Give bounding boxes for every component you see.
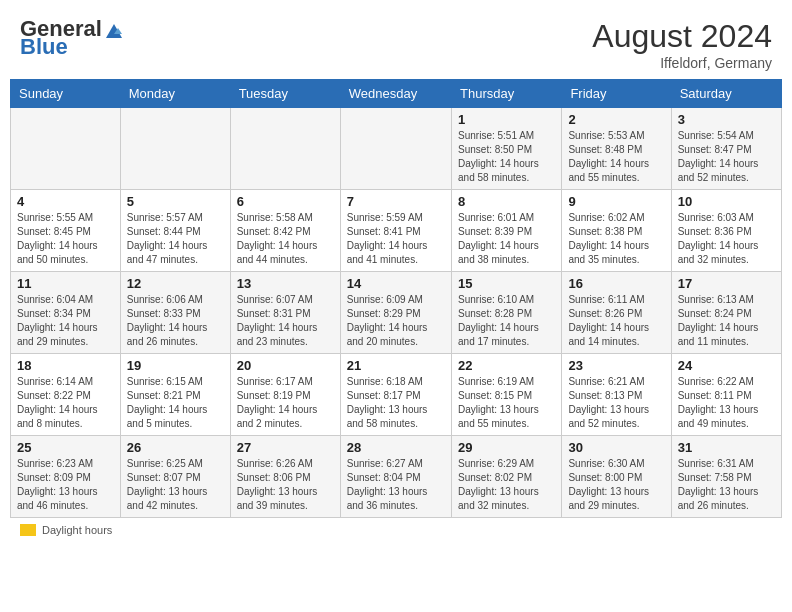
day-number: 14 xyxy=(347,276,445,291)
calendar-table: Sunday Monday Tuesday Wednesday Thursday… xyxy=(10,79,782,518)
day-number: 20 xyxy=(237,358,334,373)
col-monday: Monday xyxy=(120,80,230,108)
day-number: 10 xyxy=(678,194,775,209)
calendar-cell: 21Sunrise: 6:18 AM Sunset: 8:17 PM Dayli… xyxy=(340,354,451,436)
day-number: 1 xyxy=(458,112,555,127)
day-info: Sunrise: 6:14 AM Sunset: 8:22 PM Dayligh… xyxy=(17,375,114,431)
day-info: Sunrise: 6:23 AM Sunset: 8:09 PM Dayligh… xyxy=(17,457,114,513)
day-info: Sunrise: 6:18 AM Sunset: 8:17 PM Dayligh… xyxy=(347,375,445,431)
day-number: 11 xyxy=(17,276,114,291)
day-number: 26 xyxy=(127,440,224,455)
day-number: 17 xyxy=(678,276,775,291)
calendar-cell: 17Sunrise: 6:13 AM Sunset: 8:24 PM Dayli… xyxy=(671,272,781,354)
day-info: Sunrise: 6:04 AM Sunset: 8:34 PM Dayligh… xyxy=(17,293,114,349)
day-number: 2 xyxy=(568,112,664,127)
day-info: Sunrise: 5:59 AM Sunset: 8:41 PM Dayligh… xyxy=(347,211,445,267)
calendar-cell: 11Sunrise: 6:04 AM Sunset: 8:34 PM Dayli… xyxy=(11,272,121,354)
day-info: Sunrise: 6:31 AM Sunset: 7:58 PM Dayligh… xyxy=(678,457,775,513)
calendar-cell: 10Sunrise: 6:03 AM Sunset: 8:36 PM Dayli… xyxy=(671,190,781,272)
calendar-cell: 22Sunrise: 6:19 AM Sunset: 8:15 PM Dayli… xyxy=(452,354,562,436)
week-row-5: 25Sunrise: 6:23 AM Sunset: 8:09 PM Dayli… xyxy=(11,436,782,518)
day-info: Sunrise: 6:10 AM Sunset: 8:28 PM Dayligh… xyxy=(458,293,555,349)
calendar-cell: 16Sunrise: 6:11 AM Sunset: 8:26 PM Dayli… xyxy=(562,272,671,354)
day-info: Sunrise: 6:01 AM Sunset: 8:39 PM Dayligh… xyxy=(458,211,555,267)
day-info: Sunrise: 6:07 AM Sunset: 8:31 PM Dayligh… xyxy=(237,293,334,349)
calendar-cell: 26Sunrise: 6:25 AM Sunset: 8:07 PM Dayli… xyxy=(120,436,230,518)
calendar-cell: 31Sunrise: 6:31 AM Sunset: 7:58 PM Dayli… xyxy=(671,436,781,518)
calendar-cell xyxy=(11,108,121,190)
day-number: 21 xyxy=(347,358,445,373)
calendar-cell: 12Sunrise: 6:06 AM Sunset: 8:33 PM Dayli… xyxy=(120,272,230,354)
calendar-cell: 8Sunrise: 6:01 AM Sunset: 8:39 PM Daylig… xyxy=(452,190,562,272)
day-number: 15 xyxy=(458,276,555,291)
week-row-2: 4Sunrise: 5:55 AM Sunset: 8:45 PM Daylig… xyxy=(11,190,782,272)
day-info: Sunrise: 6:29 AM Sunset: 8:02 PM Dayligh… xyxy=(458,457,555,513)
day-info: Sunrise: 5:58 AM Sunset: 8:42 PM Dayligh… xyxy=(237,211,334,267)
calendar-cell: 30Sunrise: 6:30 AM Sunset: 8:00 PM Dayli… xyxy=(562,436,671,518)
calendar-cell: 27Sunrise: 6:26 AM Sunset: 8:06 PM Dayli… xyxy=(230,436,340,518)
day-info: Sunrise: 6:26 AM Sunset: 8:06 PM Dayligh… xyxy=(237,457,334,513)
week-row-1: 1Sunrise: 5:51 AM Sunset: 8:50 PM Daylig… xyxy=(11,108,782,190)
calendar-cell: 15Sunrise: 6:10 AM Sunset: 8:28 PM Dayli… xyxy=(452,272,562,354)
day-info: Sunrise: 6:21 AM Sunset: 8:13 PM Dayligh… xyxy=(568,375,664,431)
col-sunday: Sunday xyxy=(11,80,121,108)
logo-blue-text: Blue xyxy=(20,34,68,60)
day-number: 29 xyxy=(458,440,555,455)
day-info: Sunrise: 6:25 AM Sunset: 8:07 PM Dayligh… xyxy=(127,457,224,513)
day-info: Sunrise: 5:51 AM Sunset: 8:50 PM Dayligh… xyxy=(458,129,555,185)
day-number: 30 xyxy=(568,440,664,455)
day-number: 16 xyxy=(568,276,664,291)
day-number: 6 xyxy=(237,194,334,209)
calendar-cell: 1Sunrise: 5:51 AM Sunset: 8:50 PM Daylig… xyxy=(452,108,562,190)
legend-bar xyxy=(20,524,36,536)
day-number: 13 xyxy=(237,276,334,291)
day-number: 18 xyxy=(17,358,114,373)
day-number: 19 xyxy=(127,358,224,373)
calendar-cell: 29Sunrise: 6:29 AM Sunset: 8:02 PM Dayli… xyxy=(452,436,562,518)
day-info: Sunrise: 6:09 AM Sunset: 8:29 PM Dayligh… xyxy=(347,293,445,349)
logo-icon xyxy=(104,20,124,40)
day-info: Sunrise: 5:57 AM Sunset: 8:44 PM Dayligh… xyxy=(127,211,224,267)
day-number: 23 xyxy=(568,358,664,373)
day-info: Sunrise: 6:02 AM Sunset: 8:38 PM Dayligh… xyxy=(568,211,664,267)
day-number: 28 xyxy=(347,440,445,455)
day-number: 12 xyxy=(127,276,224,291)
col-thursday: Thursday xyxy=(452,80,562,108)
month-year-title: August 2024 xyxy=(592,18,772,55)
day-info: Sunrise: 5:53 AM Sunset: 8:48 PM Dayligh… xyxy=(568,129,664,185)
week-row-4: 18Sunrise: 6:14 AM Sunset: 8:22 PM Dayli… xyxy=(11,354,782,436)
calendar-cell: 4Sunrise: 5:55 AM Sunset: 8:45 PM Daylig… xyxy=(11,190,121,272)
day-info: Sunrise: 6:11 AM Sunset: 8:26 PM Dayligh… xyxy=(568,293,664,349)
header: General Blue August 2024 Iffeldorf, Germ… xyxy=(10,10,782,75)
day-number: 31 xyxy=(678,440,775,455)
day-info: Sunrise: 5:54 AM Sunset: 8:47 PM Dayligh… xyxy=(678,129,775,185)
calendar-cell: 23Sunrise: 6:21 AM Sunset: 8:13 PM Dayli… xyxy=(562,354,671,436)
day-info: Sunrise: 6:22 AM Sunset: 8:11 PM Dayligh… xyxy=(678,375,775,431)
col-tuesday: Tuesday xyxy=(230,80,340,108)
calendar-cell: 18Sunrise: 6:14 AM Sunset: 8:22 PM Dayli… xyxy=(11,354,121,436)
day-number: 22 xyxy=(458,358,555,373)
col-friday: Friday xyxy=(562,80,671,108)
day-info: Sunrise: 6:17 AM Sunset: 8:19 PM Dayligh… xyxy=(237,375,334,431)
day-number: 24 xyxy=(678,358,775,373)
day-info: Sunrise: 6:30 AM Sunset: 8:00 PM Dayligh… xyxy=(568,457,664,513)
day-info: Sunrise: 6:06 AM Sunset: 8:33 PM Dayligh… xyxy=(127,293,224,349)
calendar-cell: 7Sunrise: 5:59 AM Sunset: 8:41 PM Daylig… xyxy=(340,190,451,272)
calendar-cell: 13Sunrise: 6:07 AM Sunset: 8:31 PM Dayli… xyxy=(230,272,340,354)
calendar-cell: 6Sunrise: 5:58 AM Sunset: 8:42 PM Daylig… xyxy=(230,190,340,272)
col-wednesday: Wednesday xyxy=(340,80,451,108)
calendar-cell: 3Sunrise: 5:54 AM Sunset: 8:47 PM Daylig… xyxy=(671,108,781,190)
calendar-cell xyxy=(230,108,340,190)
day-info: Sunrise: 6:03 AM Sunset: 8:36 PM Dayligh… xyxy=(678,211,775,267)
day-number: 9 xyxy=(568,194,664,209)
day-number: 3 xyxy=(678,112,775,127)
location-subtitle: Iffeldorf, Germany xyxy=(592,55,772,71)
day-info: Sunrise: 6:19 AM Sunset: 8:15 PM Dayligh… xyxy=(458,375,555,431)
header-row: Sunday Monday Tuesday Wednesday Thursday… xyxy=(11,80,782,108)
calendar-cell: 25Sunrise: 6:23 AM Sunset: 8:09 PM Dayli… xyxy=(11,436,121,518)
calendar-cell: 9Sunrise: 6:02 AM Sunset: 8:38 PM Daylig… xyxy=(562,190,671,272)
day-info: Sunrise: 5:55 AM Sunset: 8:45 PM Dayligh… xyxy=(17,211,114,267)
calendar-cell: 5Sunrise: 5:57 AM Sunset: 8:44 PM Daylig… xyxy=(120,190,230,272)
week-row-3: 11Sunrise: 6:04 AM Sunset: 8:34 PM Dayli… xyxy=(11,272,782,354)
col-saturday: Saturday xyxy=(671,80,781,108)
